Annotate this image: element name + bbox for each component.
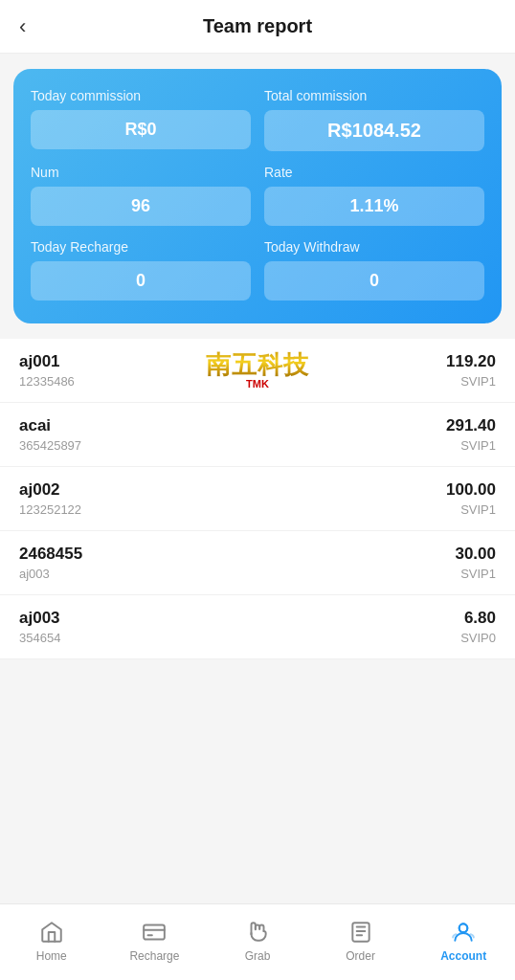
nav-item-recharge[interactable]: Recharge [103,919,207,963]
member-name: aj002 [19,480,81,500]
member-id: 365425897 [19,438,81,453]
rate-item: Rate 1.11% [264,165,484,226]
nav-label-grab: Grab [245,949,271,963]
member-amount: 119.20 [446,352,496,371]
list-right: 291.40 SVIP1 [446,416,496,453]
member-amount: 100.00 [446,480,496,500]
rate-label: Rate [264,165,484,180]
today-commission-box: R$0 [31,110,251,149]
list-item: aj002 123252122 100.00 SVIP1 [0,467,515,531]
today-withdraw-value: 0 [369,271,379,290]
nav-label-account: Account [440,949,486,963]
account-icon [450,919,477,946]
today-commission-item: Today commission R$0 [31,88,251,151]
member-name: acai [19,416,81,435]
list-right: 6.80 SVIP0 [460,609,496,645]
nav-label-order: Order [346,949,375,963]
member-badge: SVIP1 [460,502,496,517]
team-list-wrapper: 南五科技 TMK aj001 12335486 119.20 SVIP1 aca… [0,339,515,659]
list-item: acai 365425897 291.40 SVIP1 [0,403,515,467]
member-name: aj001 [19,352,75,371]
member-id: 12335486 [19,374,75,389]
today-commission-value: R$0 [124,120,156,139]
list-item: aj001 12335486 119.20 SVIP1 [0,339,515,403]
list-item: aj003 354654 6.80 SVIP0 [0,595,515,659]
today-recharge-item: Today Recharge 0 [31,239,251,301]
today-recharge-value: 0 [136,271,146,290]
bottom-nav: Home Recharge Grab [0,903,515,980]
list-right: 100.00 SVIP1 [446,480,496,517]
list-left: aj003 354654 [19,609,60,645]
num-label: Num [31,165,251,180]
member-badge: SVIP1 [460,374,496,389]
total-commission-item: Total commission R$1084.52 [264,88,484,151]
member-id: 123252122 [19,502,81,517]
nav-item-account[interactable]: Account [412,919,515,963]
stats-card: Today commission R$0 Total commission R$… [13,69,502,323]
today-recharge-box: 0 [31,261,251,301]
recharge-icon [141,919,168,946]
member-badge: SVIP1 [460,438,496,453]
list-left: aj001 12335486 [19,352,75,389]
total-commission-box: R$1084.52 [264,110,484,151]
stats-grid: Today commission R$0 Total commission R$… [31,88,484,301]
member-badge: SVIP0 [460,631,496,645]
list-left: acai 365425897 [19,416,81,453]
member-name: aj003 [19,609,60,628]
page-title: Team report [203,15,312,37]
member-amount: 30.00 [455,545,496,564]
svg-point-3 [459,924,468,932]
header: ‹ Team report [0,0,515,54]
today-recharge-label: Today Recharge [31,239,251,255]
list-item: 2468455 aj003 30.00 SVIP1 [0,531,515,595]
num-value: 96 [131,196,150,215]
member-id: 354654 [19,631,60,645]
list-left: 2468455 aj003 [19,545,82,581]
back-button[interactable]: ‹ [19,14,26,39]
member-amount: 6.80 [464,609,496,628]
member-id: aj003 [19,567,82,581]
nav-item-grab[interactable]: Grab [206,919,309,963]
nav-label-home: Home [36,949,67,963]
today-withdraw-box: 0 [264,261,484,301]
total-commission-label: Total commission [264,88,484,103]
list-right: 30.00 SVIP1 [455,545,496,581]
total-commission-value: R$1084.52 [327,120,421,141]
team-list: aj001 12335486 119.20 SVIP1 acai 3654258… [0,339,515,659]
nav-item-order[interactable]: Order [309,919,413,963]
nav-item-home[interactable]: Home [0,919,103,963]
list-left: aj002 123252122 [19,480,81,517]
svg-rect-0 [145,924,166,939]
today-withdraw-item: Today Withdraw 0 [264,239,484,301]
order-icon [347,919,374,946]
grab-icon [244,919,271,946]
today-withdraw-label: Today Withdraw [264,239,484,255]
num-item: Num 96 [31,165,251,226]
list-right: 119.20 SVIP1 [446,352,496,389]
svg-rect-1 [352,923,369,942]
rate-value: 1.11% [349,196,398,215]
member-badge: SVIP1 [460,567,496,581]
num-box: 96 [31,187,251,226]
nav-label-recharge: Recharge [129,949,179,963]
member-name: 2468455 [19,545,82,564]
rate-box: 1.11% [264,187,484,226]
home-icon [38,919,65,946]
today-commission-label: Today commission [31,88,251,103]
member-amount: 291.40 [446,416,496,435]
